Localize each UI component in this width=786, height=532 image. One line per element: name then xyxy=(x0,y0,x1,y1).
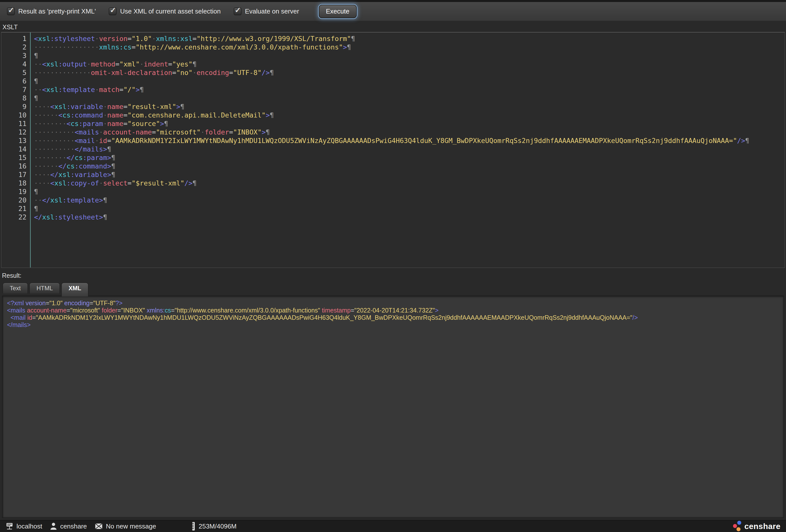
code-line: 22</xsl:stylesheet>¶ xyxy=(1,213,785,222)
checkbox-use-xml-of-current-asset-selection[interactable]: ✓ Use XML of current asset selection xyxy=(109,7,221,15)
server-name: localhost xyxy=(17,523,42,530)
checkbox-checked-icon: ✓ xyxy=(234,7,241,15)
statusbar-user[interactable]: censhare xyxy=(50,522,87,530)
line-number: 7 xyxy=(1,86,30,94)
line-number: 22 xyxy=(1,213,30,222)
line-number: 8 xyxy=(1,94,30,102)
code-line: 3¶ xyxy=(1,51,785,60)
censhare-logo-text: censhare xyxy=(744,522,781,531)
code-line: 9····<xsl:variable·name="result-xml">¶ xyxy=(1,102,785,111)
line-number: 16 xyxy=(1,162,30,170)
line-number: 11 xyxy=(1,119,30,128)
checkbox-checked-icon: ✓ xyxy=(109,7,116,15)
code-line: 10······<cs:command·name="com.censhare.a… xyxy=(1,111,785,119)
censhare-logo-icon xyxy=(732,520,744,532)
code-line: 18····<xsl:copy-of·select="$result-xml"/… xyxy=(1,179,785,187)
toolbar: ✓ Result as 'pretty-print XML' ✓ Use XML… xyxy=(0,2,786,21)
code-line: 16······</cs:command>¶ xyxy=(1,162,785,170)
memory-usage: 253M/4096M xyxy=(199,523,236,530)
result-line: </mails> xyxy=(7,321,784,328)
line-number: 10 xyxy=(1,111,30,119)
line-number: 13 xyxy=(1,137,30,145)
checkbox-checked-icon: ✓ xyxy=(7,7,15,15)
checkbox-evaluate-on-server[interactable]: ✓ Evaluate on server xyxy=(234,7,299,15)
code-line: 7··<xsl:template·match="/">¶ xyxy=(1,86,785,94)
result-lines: <?xml version="1.0" encoding="UTF-8"?><m… xyxy=(2,296,784,328)
server-icon xyxy=(5,522,14,530)
code-line: 19¶ xyxy=(1,187,785,196)
statusbar-messages[interactable]: No new message xyxy=(94,523,156,530)
checkbox-label: Use XML of current asset selection xyxy=(120,7,221,15)
code-line: 17····</xsl:variable>¶ xyxy=(1,170,785,179)
tab-text[interactable]: Text xyxy=(2,282,28,294)
line-number: 1 xyxy=(1,34,30,43)
line-number: 12 xyxy=(1,128,30,137)
xslt-code-editor[interactable]: 1<xsl:stylesheet·version="1.0"·xmlns:xsl… xyxy=(1,32,785,268)
code-line: 5··············omit-xml-declaration="no"… xyxy=(1,69,785,77)
line-number: 17 xyxy=(1,170,30,179)
line-number: 4 xyxy=(1,60,30,69)
checkbox-label: Result as 'pretty-print XML' xyxy=(18,7,96,15)
user-name: censhare xyxy=(60,523,87,530)
result-line: <mail id="AAMkADRkNDM1Y2IxLWY1MWYtNDAwNy… xyxy=(7,314,784,321)
user-icon xyxy=(50,522,57,530)
code-line: 12··········<mails·account-name="microso… xyxy=(1,128,785,137)
line-number: 15 xyxy=(1,154,30,162)
code-line: 11········<cs:param·name="source">¶ xyxy=(1,119,785,128)
code-line: 13··········<mail·id="AAMkADRkNDM1Y2IxLW… xyxy=(1,137,785,145)
code-lines: 1<xsl:stylesheet·version="1.0"·xmlns:xsl… xyxy=(1,34,785,222)
message-icon xyxy=(94,523,103,530)
line-number: 19 xyxy=(1,187,30,196)
result-line: <mails account-name="microsoft" folder="… xyxy=(7,307,784,314)
line-number: 3 xyxy=(1,51,30,60)
statusbar-server[interactable]: localhost xyxy=(5,522,42,530)
code-line: 1<xsl:stylesheet·version="1.0"·xmlns:xsl… xyxy=(1,34,785,43)
result-xml-view[interactable]: <?xml version="1.0" encoding="UTF-8"?><m… xyxy=(2,296,784,518)
code-line: 20··</xsl:template>¶ xyxy=(1,196,785,205)
line-number: 5 xyxy=(1,69,30,77)
line-number: 6 xyxy=(1,77,30,86)
xslt-pane-label: XSLT xyxy=(2,23,18,31)
result-line: <?xml version="1.0" encoding="UTF-8"?> xyxy=(7,300,784,307)
censhare-logo: censhare xyxy=(732,520,781,532)
line-number: 20 xyxy=(1,196,30,205)
checkbox-label: Evaluate on server xyxy=(245,7,299,15)
code-line: 8¶ xyxy=(1,94,785,102)
code-line: 2················xmlns:cs="http://www.ce… xyxy=(1,43,785,51)
line-number: 9 xyxy=(1,102,30,111)
status-bar: localhost censhare No new message xyxy=(0,520,786,532)
line-number: 2 xyxy=(1,43,30,51)
checkbox-result-pretty-print-xml[interactable]: ✓ Result as 'pretty-print XML' xyxy=(7,7,96,15)
window-top-edge xyxy=(0,0,786,2)
line-number: 14 xyxy=(1,145,30,154)
line-number: 18 xyxy=(1,179,30,187)
result-tab-bar: Text HTML XML xyxy=(2,282,90,297)
code-line: 6¶ xyxy=(1,77,785,86)
statusbar-memory[interactable]: 253M/4096M xyxy=(191,522,236,531)
line-number: 21 xyxy=(1,205,30,213)
result-pane-label: Result: xyxy=(2,272,22,279)
tab-html[interactable]: HTML xyxy=(29,282,60,294)
code-line: 14··········</mails>¶ xyxy=(1,145,785,154)
execute-button[interactable]: Execute xyxy=(319,5,357,18)
code-line: 15········</cs:param>¶ xyxy=(1,154,785,162)
message-status: No new message xyxy=(106,523,156,530)
memory-icon xyxy=(191,522,195,531)
tab-xml[interactable]: XML xyxy=(61,282,89,297)
code-line: 21¶ xyxy=(1,205,785,213)
code-line: 4··<xsl:output·method="xml"·indent="yes"… xyxy=(1,60,785,69)
